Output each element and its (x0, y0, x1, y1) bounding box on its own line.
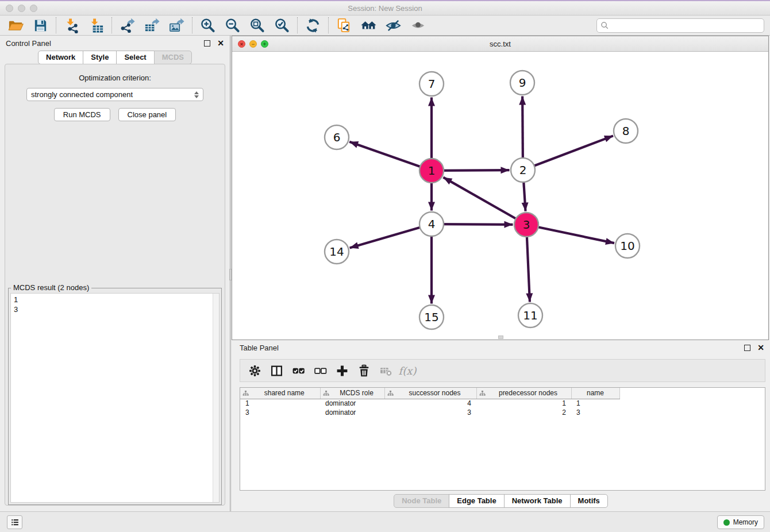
column-header-predecessor-nodes[interactable]: predecessor nodes (476, 388, 571, 399)
zoom-selected-button[interactable] (270, 16, 294, 34)
node-3[interactable]: 3 (514, 213, 538, 237)
node-6[interactable]: 6 (325, 125, 349, 149)
run-mcds-button[interactable]: Run MCDS (54, 108, 110, 121)
task-history-button[interactable] (7, 515, 22, 529)
zoom-selected-icon (274, 17, 290, 34)
zoom-fit-button[interactable] (245, 16, 270, 34)
table-cell[interactable]: 3 (240, 408, 320, 417)
tab-network-table[interactable]: Network Table (504, 494, 571, 508)
table-cell[interactable]: 4 (384, 399, 476, 408)
window-close-icon[interactable] (6, 5, 13, 12)
window-minimize-icon[interactable] (18, 5, 25, 12)
export-table-button[interactable] (140, 16, 164, 34)
table-cell[interactable]: 1 (240, 399, 320, 408)
column-header-shared-name[interactable]: shared name (240, 388, 320, 399)
toolbar-separator (192, 17, 192, 33)
zoom-in-button[interactable] (195, 16, 220, 34)
mcds-result-box[interactable]: 1 3 (10, 293, 220, 503)
table-cell[interactable]: 3 (384, 408, 476, 417)
network-window-titlebar[interactable]: ×−+ scc.txt (232, 36, 768, 52)
search-input[interactable] (611, 20, 760, 32)
node-14[interactable]: 14 (325, 240, 349, 264)
search-box[interactable] (596, 18, 764, 33)
open-session-icon (7, 17, 24, 34)
show-all-button[interactable] (406, 16, 430, 34)
deselect-all-rows-button[interactable] (310, 361, 330, 380)
hide-selected-button[interactable] (381, 16, 406, 34)
refresh-layout-button[interactable] (301, 16, 325, 34)
tab-mcds[interactable]: MCDS (154, 51, 192, 64)
zoom-out-button[interactable] (220, 16, 245, 34)
mcds-result-group: MCDS result (2 nodes) 1 3 (8, 288, 222, 505)
edge-3-1[interactable] (443, 178, 526, 225)
node-10[interactable]: 10 (615, 234, 640, 258)
node-15[interactable]: 15 (419, 305, 444, 329)
table-settings-button[interactable] (245, 361, 264, 380)
edge-1-6[interactable] (349, 142, 432, 171)
search-icon (600, 21, 609, 30)
node-9[interactable]: 9 (510, 71, 534, 95)
open-session-button[interactable] (3, 16, 28, 34)
export-image-button[interactable] (164, 16, 189, 34)
column-layout-button[interactable] (267, 361, 286, 380)
node-4[interactable]: 4 (419, 212, 444, 236)
export-network-icon (119, 17, 136, 34)
table-cell[interactable]: dominator (320, 399, 384, 408)
node-8[interactable]: 8 (614, 119, 638, 143)
toolbar-separator (328, 17, 329, 33)
column-header-name[interactable]: name (571, 388, 619, 399)
minimize-view-button[interactable]: − (249, 40, 257, 48)
control-panel-title: Control Panel (6, 39, 51, 48)
edge-4-14[interactable] (350, 224, 432, 248)
tab-motifs[interactable]: Motifs (570, 494, 608, 508)
close-table-panel-icon[interactable]: ✕ (757, 345, 764, 351)
delete-columns-button[interactable] (354, 361, 374, 380)
function-builder-button: f(x) (398, 361, 417, 380)
memory-button[interactable]: Memory (717, 515, 764, 529)
import-table-button[interactable] (84, 16, 109, 34)
close-panel-button[interactable]: Close panel (118, 108, 176, 121)
float-panel-icon[interactable] (204, 40, 210, 47)
save-session-button[interactable] (28, 16, 53, 34)
tab-edge-table[interactable]: Edge Table (449, 494, 504, 508)
duplicate-network-button[interactable] (332, 16, 356, 34)
canvas-resize-handle[interactable] (498, 336, 503, 339)
table-cell[interactable]: dominator (320, 408, 384, 417)
window-zoom-icon[interactable] (30, 5, 37, 12)
float-table-panel-icon[interactable] (744, 345, 750, 351)
edge-3-10[interactable] (526, 225, 614, 243)
delete-table-button (376, 361, 395, 380)
show-all-icon (410, 17, 426, 34)
import-network-button[interactable] (59, 16, 84, 34)
export-network-button[interactable] (115, 16, 140, 34)
table-panel-titlebar: Table Panel ✕ (232, 340, 770, 355)
edge-2-8[interactable] (523, 136, 613, 170)
node-7[interactable]: 7 (419, 72, 444, 96)
criterion-dropdown[interactable]: strongly connected component (26, 88, 203, 101)
node-1[interactable]: 1 (419, 159, 444, 183)
table-cell[interactable]: 3 (571, 408, 619, 417)
zoom-view-button[interactable]: + (261, 40, 268, 48)
column-header-successor-nodes[interactable]: successor nodes (384, 388, 476, 399)
result-scrollbar[interactable] (213, 294, 219, 502)
table-cell[interactable]: 1 (476, 399, 571, 408)
tab-network[interactable]: Network (38, 51, 83, 64)
table-cell[interactable]: 2 (476, 408, 571, 417)
first-neighbors-button[interactable] (356, 16, 381, 34)
table-cell[interactable]: 1 (571, 399, 619, 408)
add-column-button[interactable] (332, 361, 352, 380)
column-header-mcds-role[interactable]: MCDS role (320, 388, 384, 399)
export-image-icon (168, 17, 185, 34)
node-2[interactable]: 2 (511, 158, 535, 182)
tab-style[interactable]: Style (83, 51, 117, 64)
close-view-button[interactable]: × (238, 40, 245, 48)
tab-node-table[interactable]: Node Table (394, 494, 449, 508)
network-window-title: scc.txt (232, 40, 768, 48)
node-11[interactable]: 11 (518, 303, 542, 327)
network-canvas[interactable]: 1234678910111415 (232, 52, 768, 340)
table-row[interactable]: 3dominator323 (240, 408, 619, 417)
table-row[interactable]: 1dominator411 (240, 399, 619, 408)
select-all-rows-button[interactable] (288, 361, 308, 380)
tab-select[interactable]: Select (116, 51, 154, 64)
close-panel-icon[interactable]: ✕ (217, 40, 224, 47)
